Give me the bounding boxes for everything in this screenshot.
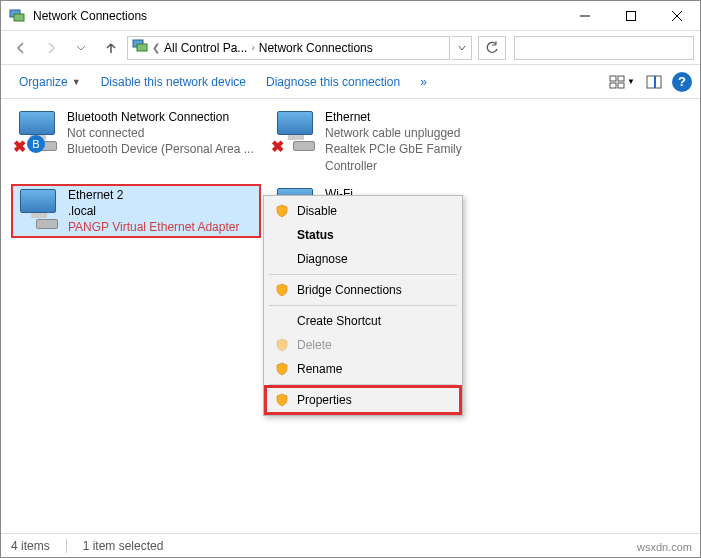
- connection-status: Not connected: [67, 125, 254, 141]
- disable-device-button[interactable]: Disable this network device: [91, 71, 256, 93]
- ctx-properties[interactable]: Properties: [267, 388, 459, 412]
- selection-count: 1 item selected: [83, 539, 164, 553]
- ctx-label: Create Shortcut: [297, 314, 381, 328]
- ctx-label: Delete: [297, 338, 332, 352]
- ctx-shortcut[interactable]: Create Shortcut: [267, 309, 459, 333]
- connection-status: Network cable unplugged: [325, 125, 517, 141]
- svg-rect-1: [14, 14, 24, 21]
- bluetooth-icon: B: [27, 135, 45, 153]
- status-bar: 4 items 1 item selected: [1, 533, 700, 557]
- svg-rect-11: [618, 83, 624, 88]
- connection-labels: Bluetooth Network Connection Not connect…: [67, 109, 254, 174]
- connection-bluetooth[interactable]: ✖ B Bluetooth Network Connection Not con…: [11, 107, 261, 176]
- svg-rect-9: [618, 76, 624, 81]
- search-input[interactable]: [514, 36, 694, 60]
- recent-button[interactable]: [67, 36, 95, 60]
- connection-device: Realtek PCIe GbE Family Controller: [325, 141, 517, 173]
- breadcrumb-root[interactable]: All Control Pa...: [164, 41, 247, 55]
- connection-icon: [14, 187, 62, 229]
- ctx-label: Bridge Connections: [297, 283, 402, 297]
- window-buttons: [562, 1, 700, 31]
- item-count: 4 items: [11, 539, 50, 553]
- divider: [66, 539, 67, 553]
- connection-device: Bluetooth Device (Personal Area ...: [67, 141, 254, 157]
- ctx-delete: Delete: [267, 333, 459, 357]
- context-menu: Disable Status Diagnose Bridge Connectio…: [263, 195, 463, 416]
- connection-name: Bluetooth Network Connection: [67, 109, 254, 125]
- svg-rect-7: [137, 44, 147, 51]
- ctx-diagnose[interactable]: Diagnose: [267, 247, 459, 271]
- separator: [269, 305, 457, 306]
- titlebar: Network Connections: [1, 1, 700, 31]
- ctx-label: Status: [297, 228, 334, 242]
- window-title: Network Connections: [33, 9, 562, 23]
- ctx-label: Diagnose: [297, 252, 348, 266]
- connection-device: PANGP Virtual Ethernet Adapter: [68, 219, 239, 235]
- chevron-down-icon: ▼: [627, 77, 635, 86]
- diagnose-button[interactable]: Diagnose this connection: [256, 71, 410, 93]
- back-button[interactable]: [7, 36, 35, 60]
- ctx-rename[interactable]: Rename: [267, 357, 459, 381]
- disabled-x-icon: ✖: [271, 137, 287, 153]
- shield-icon: [275, 362, 289, 376]
- address-dropdown[interactable]: [452, 36, 472, 60]
- view-mode-button[interactable]: ▼: [608, 70, 636, 94]
- ctx-disable[interactable]: Disable: [267, 199, 459, 223]
- chevron-right-icon: ❮: [152, 42, 160, 53]
- svg-rect-8: [610, 76, 616, 81]
- more-button[interactable]: »: [410, 71, 437, 93]
- app-icon: [9, 8, 25, 24]
- minimize-button[interactable]: [562, 1, 608, 31]
- connection-icon: ✖ B: [13, 109, 61, 151]
- svg-rect-3: [627, 11, 636, 20]
- breadcrumb[interactable]: ❮ All Control Pa... › Network Connection…: [127, 36, 450, 60]
- shield-icon: [275, 393, 289, 407]
- toolbar: Organize▼ Disable this network device Di…: [1, 65, 700, 99]
- chevron-down-icon: ▼: [72, 77, 81, 87]
- separator: [269, 274, 457, 275]
- preview-pane-button[interactable]: [640, 70, 668, 94]
- connection-ethernet-2[interactable]: Ethernet 2 .local PANGP Virtual Ethernet…: [11, 184, 261, 239]
- connection-name: Ethernet 2: [68, 187, 239, 203]
- location-icon: [132, 38, 148, 57]
- connection-ethernet[interactable]: ✖ Ethernet Network cable unplugged Realt…: [269, 107, 519, 176]
- ctx-bridge[interactable]: Bridge Connections: [267, 278, 459, 302]
- organize-button[interactable]: Organize▼: [9, 71, 91, 93]
- connection-labels: Ethernet Network cable unplugged Realtek…: [325, 109, 517, 174]
- forward-button[interactable]: [37, 36, 65, 60]
- shield-icon: [275, 283, 289, 297]
- refresh-button[interactable]: [478, 36, 506, 60]
- shield-icon: [275, 338, 289, 352]
- connection-name: Ethernet: [325, 109, 517, 125]
- maximize-button[interactable]: [608, 1, 654, 31]
- connection-status: .local: [68, 203, 239, 219]
- up-button[interactable]: [97, 36, 125, 60]
- connection-labels: Ethernet 2 .local PANGP Virtual Ethernet…: [68, 187, 239, 236]
- ctx-status[interactable]: Status: [267, 223, 459, 247]
- ctx-label: Properties: [297, 393, 352, 407]
- close-button[interactable]: [654, 1, 700, 31]
- connection-icon: ✖: [271, 109, 319, 151]
- svg-rect-10: [610, 83, 616, 88]
- shield-icon: [275, 204, 289, 218]
- help-button[interactable]: ?: [672, 72, 692, 92]
- chevron-right-icon: ›: [251, 42, 254, 53]
- watermark: wsxdn.com: [637, 541, 692, 553]
- separator: [269, 384, 457, 385]
- toolbar-right: ▼ ?: [608, 70, 692, 94]
- content-area: ✖ B Bluetooth Network Connection Not con…: [1, 99, 700, 529]
- address-bar: ❮ All Control Pa... › Network Connection…: [1, 31, 700, 65]
- ctx-label: Rename: [297, 362, 342, 376]
- organize-label: Organize: [19, 75, 68, 89]
- ctx-label: Disable: [297, 204, 337, 218]
- breadcrumb-current[interactable]: Network Connections: [259, 41, 373, 55]
